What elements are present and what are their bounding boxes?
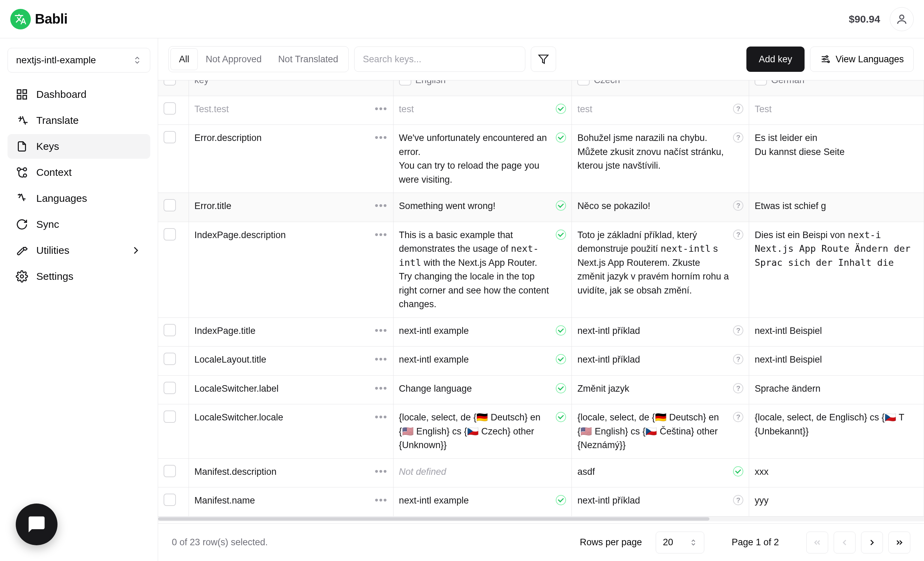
tab-not-approved[interactable]: Not Approved — [198, 49, 270, 70]
english-cell[interactable]: next-intl example — [393, 347, 572, 375]
chat-fab[interactable] — [16, 504, 57, 545]
english-cell[interactable]: Not defined — [393, 459, 572, 488]
last-page-button[interactable] — [888, 531, 910, 554]
row-actions-button[interactable]: ••• — [375, 353, 388, 364]
key-cell[interactable]: Error.description••• — [189, 125, 393, 193]
row-checkbox[interactable] — [164, 324, 176, 336]
english-cell[interactable]: test — [393, 96, 572, 125]
next-page-button[interactable] — [861, 531, 883, 554]
tab-all[interactable]: All — [171, 49, 198, 70]
czech-cell[interactable]: {locale, select, de {🇩🇪 Deutsch} en {🇺🇸 … — [572, 404, 749, 459]
tab-not-translated[interactable]: Not Translated — [270, 49, 346, 70]
translation-text: We've unfortunately encountered an error… — [399, 131, 552, 186]
row-checkbox[interactable] — [164, 494, 176, 506]
row-actions-button[interactable]: ••• — [375, 324, 388, 335]
translation-text: xxx — [754, 465, 918, 479]
horizontal-scrollbar[interactable] — [158, 516, 924, 521]
search-input[interactable] — [354, 46, 525, 72]
english-cell[interactable]: next-intl example — [393, 488, 572, 516]
keys-table-scroll[interactable]: key English Czech German Tes — [158, 81, 924, 516]
english-cell[interactable]: Something went wrong! — [393, 193, 572, 222]
czech-cell[interactable]: next-intl příklad? — [572, 347, 749, 375]
row-actions-button[interactable]: ••• — [375, 410, 388, 422]
german-cell[interactable]: Test — [749, 96, 924, 125]
english-cell[interactable]: {locale, select, de {🇩🇪 Deutsch} en {🇺🇸 … — [393, 404, 572, 459]
czech-cell[interactable]: next-intl příklad? — [572, 488, 749, 516]
status-pending-icon: ? — [733, 495, 743, 505]
select-all-checkbox[interactable] — [164, 81, 176, 85]
svg-rect-4 — [23, 96, 27, 99]
sidebar-item-dashboard[interactable]: Dashboard — [8, 82, 150, 107]
row-actions-button[interactable]: ••• — [375, 494, 388, 505]
german-cell[interactable]: {locale, select, de Englisch} cs {🇨🇿 T {… — [749, 404, 924, 459]
first-page-button[interactable] — [806, 531, 828, 554]
chevrons-left-icon — [812, 538, 822, 547]
row-actions-button[interactable]: ••• — [375, 228, 388, 240]
key-cell[interactable]: LocaleLayout.title••• — [189, 347, 393, 375]
svg-point-0 — [900, 15, 904, 19]
key-cell[interactable]: Manifest.description••• — [189, 459, 393, 488]
german-cell[interactable]: xxx — [749, 459, 924, 488]
row-actions-button[interactable]: ••• — [375, 102, 388, 114]
czech-cell[interactable]: asdf — [572, 459, 749, 488]
english-cell[interactable]: Change language — [393, 375, 572, 405]
czech-cell[interactable]: Něco se pokazilo!? — [572, 193, 749, 222]
english-cell[interactable]: This is a basic example that demonstrate… — [393, 222, 572, 318]
row-checkbox[interactable] — [164, 131, 176, 143]
english-cell[interactable]: We've unfortunately encountered an error… — [393, 125, 572, 193]
row-actions-button[interactable]: ••• — [375, 131, 388, 143]
english-cell[interactable]: next-intl example — [393, 318, 572, 347]
sidebar-item-keys[interactable]: Keys — [8, 134, 150, 159]
sidebar-item-context[interactable]: Context — [8, 160, 150, 185]
row-checkbox[interactable] — [164, 102, 176, 115]
sidebar-item-settings[interactable]: Settings — [8, 264, 150, 289]
german-cell[interactable]: next-intl Beispiel — [749, 347, 924, 375]
czech-cell[interactable]: next-intl příklad? — [572, 318, 749, 347]
german-cell[interactable]: Es ist leider ein Du kannst diese Seite — [749, 125, 924, 193]
key-cell[interactable]: IndexPage.description••• — [189, 222, 393, 318]
czech-cell[interactable]: Toto je základní příklad, který demonstr… — [572, 222, 749, 318]
row-checkbox[interactable] — [164, 228, 176, 241]
rows-per-page-select[interactable]: 20 — [656, 531, 704, 554]
key-cell[interactable]: LocaleSwitcher.label••• — [189, 375, 393, 405]
german-cell[interactable]: yyy — [749, 488, 924, 516]
row-checkbox[interactable] — [164, 199, 176, 211]
key-cell[interactable]: Error.title••• — [189, 193, 393, 222]
brand-logo[interactable]: Babli — [10, 9, 68, 30]
view-languages-button[interactable]: View Languages — [810, 46, 914, 72]
select-german-checkbox[interactable] — [754, 81, 767, 85]
sidebar-item-languages[interactable]: Languages — [8, 186, 150, 211]
select-english-checkbox[interactable] — [399, 81, 411, 85]
sidebar-item-translate[interactable]: Translate — [8, 108, 150, 133]
translation-text: Dies ist ein Beispi von next-i Next.js A… — [754, 228, 918, 270]
row-checkbox[interactable] — [164, 382, 176, 394]
czech-cell[interactable]: test? — [572, 96, 749, 125]
key-cell[interactable]: IndexPage.title••• — [189, 318, 393, 347]
row-checkbox-cell — [158, 404, 189, 459]
key-cell[interactable]: Test.test••• — [189, 96, 393, 125]
key-cell[interactable]: Manifest.name••• — [189, 488, 393, 516]
add-key-button[interactable]: Add key — [746, 46, 805, 72]
sidebar-item-sync[interactable]: Sync — [8, 212, 150, 237]
row-checkbox[interactable] — [164, 410, 176, 423]
row-actions-button[interactable]: ••• — [375, 382, 388, 393]
row-checkbox[interactable] — [164, 465, 176, 477]
czech-cell[interactable]: Změnit jazyk? — [572, 375, 749, 405]
row-checkbox[interactable] — [164, 353, 176, 365]
prev-page-button[interactable] — [834, 531, 855, 554]
german-cell[interactable]: next-intl Beispiel — [749, 318, 924, 347]
key-cell[interactable]: LocaleSwitcher.locale••• — [189, 404, 393, 459]
table-row: Error.description•••We've unfortunately … — [158, 125, 924, 193]
row-actions-button[interactable]: ••• — [375, 199, 388, 211]
german-cell[interactable]: Etwas ist schief g — [749, 193, 924, 222]
german-cell[interactable]: Sprache ändern — [749, 375, 924, 405]
row-checkbox-cell — [158, 347, 189, 375]
project-selector[interactable]: nextjs-intl-example — [8, 48, 150, 73]
filter-button[interactable] — [531, 46, 556, 72]
select-czech-checkbox[interactable] — [578, 81, 590, 85]
sidebar-item-utilities[interactable]: Utilities — [8, 238, 150, 263]
german-cell[interactable]: Dies ist ein Beispi von next-i Next.js A… — [749, 222, 924, 318]
czech-cell[interactable]: Bohužel jsme narazili na chybu.Můžete zk… — [572, 125, 749, 193]
user-menu-button[interactable] — [890, 7, 914, 31]
row-actions-button[interactable]: ••• — [375, 465, 388, 477]
